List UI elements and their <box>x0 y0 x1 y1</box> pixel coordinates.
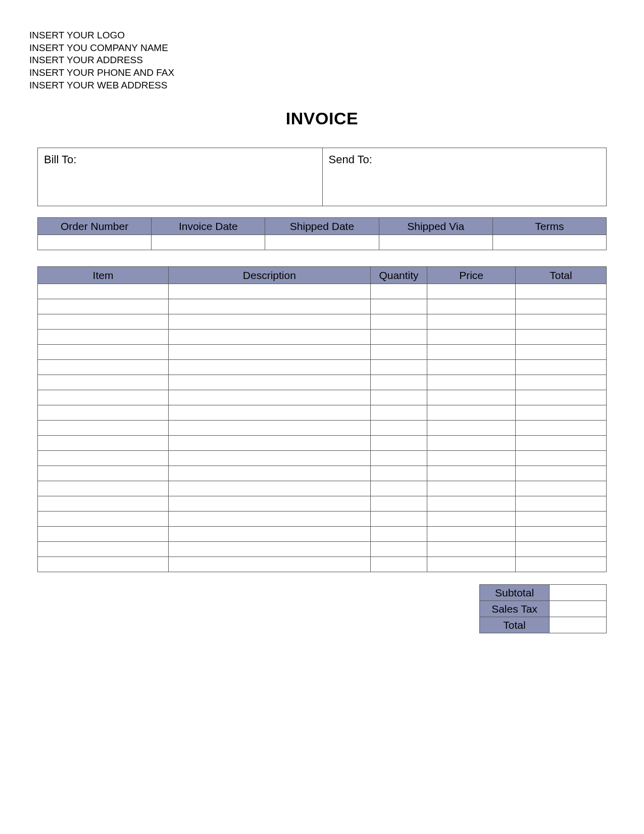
cell-price <box>427 557 516 572</box>
table-row <box>38 557 607 572</box>
cell-item <box>38 314 169 330</box>
cell-item <box>38 375 169 390</box>
cell-item <box>38 360 169 375</box>
cell-item <box>38 512 169 527</box>
subtotal-label: Subtotal <box>480 585 550 601</box>
bill-to-label: Bill To: <box>44 153 76 166</box>
cell-quantity <box>370 542 427 557</box>
cell-price <box>427 405 516 421</box>
cell-item <box>38 557 169 572</box>
table-row <box>38 314 607 330</box>
cell-description <box>168 375 370 390</box>
cell-total <box>515 512 606 527</box>
cell-description <box>168 542 370 557</box>
cell-quantity <box>370 421 427 436</box>
table-row <box>38 436 607 451</box>
cell-total <box>515 481 606 496</box>
cell-price <box>427 527 516 542</box>
cell-quantity <box>370 481 427 496</box>
cell-total <box>515 330 606 345</box>
company-header: INSERT YOUR LOGO INSERT YOU COMPANY NAME… <box>29 29 615 91</box>
terms-header: Terms <box>492 218 606 235</box>
cell-price <box>427 481 516 496</box>
cell-description <box>168 421 370 436</box>
table-row <box>38 330 607 345</box>
send-to-label: Send To: <box>329 153 372 166</box>
cell-description <box>168 557 370 572</box>
cell-item <box>38 421 169 436</box>
cell-description <box>168 330 370 345</box>
send-to-cell: Send To: <box>322 148 607 206</box>
subtotal-value <box>550 585 607 601</box>
items-table: Item Description Quantity Price Total <box>37 266 607 572</box>
table-row <box>38 299 607 314</box>
cell-price <box>427 496 516 512</box>
cell-description <box>168 299 370 314</box>
web-placeholder: INSERT YOUR WEB ADDRESS <box>29 79 615 92</box>
cell-price <box>427 542 516 557</box>
sales-tax-label: Sales Tax <box>480 601 550 617</box>
cell-total <box>515 421 606 436</box>
price-header: Price <box>427 267 516 284</box>
cell-quantity <box>370 527 427 542</box>
table-row <box>38 421 607 436</box>
table-row <box>38 451 607 466</box>
company-name-placeholder: INSERT YOU COMPANY NAME <box>29 42 615 55</box>
cell-description <box>168 345 370 360</box>
cell-total <box>515 557 606 572</box>
cell-price <box>427 390 516 405</box>
cell-quantity <box>370 557 427 572</box>
cell-quantity <box>370 284 427 299</box>
shipped-date-header: Shipped Date <box>265 218 379 235</box>
table-row <box>38 375 607 390</box>
cell-price <box>427 436 516 451</box>
order-row <box>38 235 607 250</box>
cell-price <box>427 299 516 314</box>
cell-total <box>515 405 606 421</box>
cell-item <box>38 284 169 299</box>
table-row <box>38 481 607 496</box>
total-value <box>550 617 607 633</box>
cell-description <box>168 466 370 481</box>
cell-total <box>515 436 606 451</box>
table-row <box>38 390 607 405</box>
order-number-value <box>38 235 152 250</box>
total-header: Total <box>515 267 606 284</box>
cell-price <box>427 345 516 360</box>
invoice-date-value <box>152 235 265 250</box>
cell-description <box>168 390 370 405</box>
cell-item <box>38 542 169 557</box>
cell-quantity <box>370 299 427 314</box>
cell-total <box>515 284 606 299</box>
cell-description <box>168 436 370 451</box>
cell-item <box>38 451 169 466</box>
order-table: Order Number Invoice Date Shipped Date S… <box>37 217 607 250</box>
cell-quantity <box>370 360 427 375</box>
cell-total <box>515 345 606 360</box>
cell-price <box>427 421 516 436</box>
cell-price <box>427 451 516 466</box>
cell-quantity <box>370 496 427 512</box>
cell-quantity <box>370 345 427 360</box>
cell-quantity <box>370 314 427 330</box>
cell-item <box>38 527 169 542</box>
address-row: Bill To: Send To: <box>37 148 607 206</box>
total-label: Total <box>480 617 550 633</box>
cell-price <box>427 375 516 390</box>
totals-table: Subtotal Sales Tax Total <box>479 584 607 633</box>
cell-description <box>168 527 370 542</box>
table-row <box>38 405 607 421</box>
cell-item <box>38 405 169 421</box>
cell-total <box>515 360 606 375</box>
sales-tax-value <box>550 601 607 617</box>
table-row <box>38 496 607 512</box>
table-row <box>38 542 607 557</box>
cell-description <box>168 451 370 466</box>
cell-item <box>38 436 169 451</box>
quantity-header: Quantity <box>370 267 427 284</box>
cell-quantity <box>370 375 427 390</box>
cell-total <box>515 496 606 512</box>
cell-description <box>168 512 370 527</box>
cell-item <box>38 345 169 360</box>
cell-item <box>38 390 169 405</box>
